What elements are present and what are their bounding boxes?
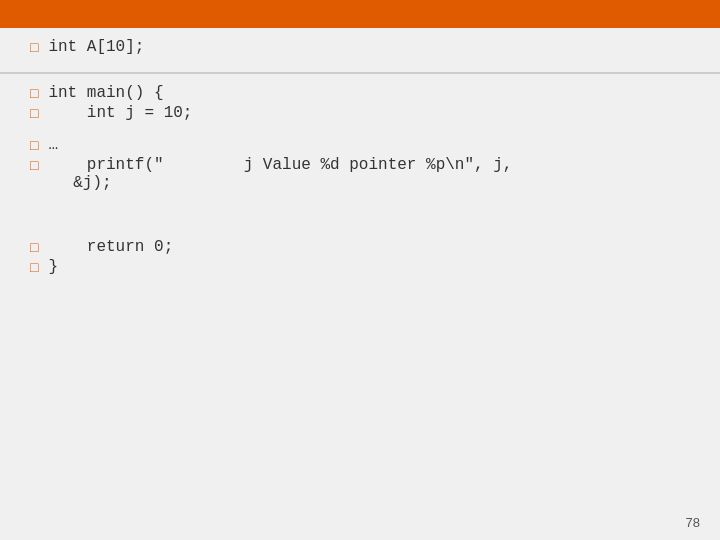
code-text-3: int j = 10;	[48, 104, 192, 122]
bullet-7: □	[30, 260, 38, 276]
code-text-1: int A[10];	[48, 38, 144, 56]
bullet-2: □	[30, 86, 38, 102]
bullet-4: □	[30, 138, 38, 154]
code-text-2: int main() {	[48, 84, 163, 102]
code-line-6: □ return 0;	[30, 238, 690, 256]
page-number: 78	[686, 515, 700, 530]
header-bar	[0, 0, 720, 28]
code-line-2: □ int main() {	[30, 84, 690, 102]
section-main: □ int main() { □ int j = 10; □ … □ print…	[0, 74, 720, 204]
code-line-4: □ …	[30, 136, 690, 154]
code-text-5c: &j);	[54, 174, 112, 192]
bullet-1: □	[30, 40, 38, 56]
bullet-6: □	[30, 240, 38, 256]
bullet-5: □	[30, 158, 38, 174]
code-line-1: □ int A[10];	[30, 38, 690, 56]
code-text-5a: printf("	[48, 156, 163, 174]
code-text-6: return 0;	[48, 238, 173, 256]
section-top: □ int A[10];	[0, 28, 720, 64]
section-bottom: □ return 0; □ }	[0, 228, 720, 288]
code-line-5: □ printf(" j Value %d pointer %p\n", j, …	[30, 156, 690, 192]
code-text-5b: j Value %d pointer %p\n", j,	[244, 156, 513, 174]
bullet-3: □	[30, 106, 38, 122]
code-line-3: □ int j = 10;	[30, 104, 690, 122]
code-text-4: …	[48, 136, 58, 154]
code-text-7: }	[48, 258, 58, 276]
code-line-7: □ }	[30, 258, 690, 276]
